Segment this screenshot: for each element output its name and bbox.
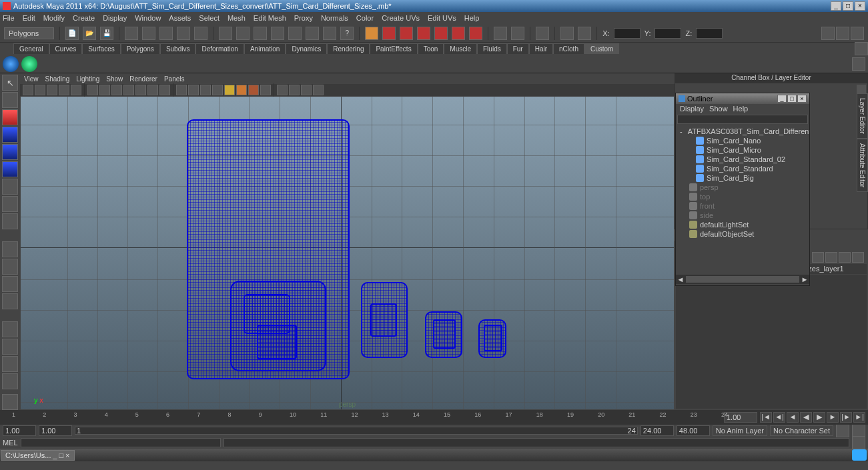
ipr-render-button[interactable] — [382, 27, 396, 40]
attributeeditor-toggle[interactable] — [851, 27, 864, 40]
outliner-body[interactable]: -ATFBXASC038T_Sim_Card_Different_Sizes S… — [676, 125, 809, 275]
coord-z-input[interactable] — [696, 28, 723, 39]
new-layer-button[interactable] — [812, 252, 824, 263]
script-editor-button2[interactable] — [852, 436, 865, 449]
anim-start-field[interactable]: 1.00 — [3, 425, 36, 436]
panel-safe-title[interactable] — [159, 85, 170, 95]
shelf-layout-button[interactable] — [852, 57, 865, 71]
prefs-button[interactable] — [852, 424, 865, 437]
panel-safe-action[interactable] — [147, 85, 158, 95]
layout-two-v-button[interactable] — [2, 293, 18, 309]
menu-normals[interactable]: Normals — [321, 14, 348, 22]
panel-bookmark[interactable] — [47, 85, 57, 95]
make-live-button[interactable] — [306, 27, 319, 40]
hypershade-button[interactable] — [578, 27, 591, 40]
channelbox-icon1[interactable] — [857, 85, 866, 94]
outliner-search-input[interactable] — [677, 115, 808, 124]
render-region-button[interactable] — [400, 27, 413, 40]
menu-editmesh[interactable]: Edit Mesh — [254, 14, 286, 22]
panel-select-camera[interactable] — [23, 85, 33, 95]
shelf-tab-deformation[interactable]: Deformation — [195, 43, 244, 54]
time-ruler[interactable]: 123456789101112131415161718192021222324 — [12, 411, 721, 423]
taskbar-item[interactable]: C:\Users\Us... _ □ × — [1, 450, 75, 461]
select-object-button[interactable] — [177, 27, 190, 40]
snap-point-button[interactable] — [254, 27, 267, 40]
menu-select[interactable]: Select — [199, 14, 220, 22]
panel-viewport2[interactable] — [248, 85, 259, 95]
outliner-menu-help[interactable]: Help — [733, 105, 749, 113]
viewport-object-sim-card-big[interactable] — [187, 119, 350, 379]
auto-key-button[interactable] — [836, 424, 849, 437]
outliner-item-standard[interactable]: Sim_Card_Standard — [677, 164, 808, 173]
rotate-tool[interactable] — [2, 144, 18, 160]
layout-persp-button[interactable] — [2, 321, 18, 337]
viewport-object-sim-card-micro[interactable] — [425, 311, 462, 358]
outliner-min-button[interactable]: _ — [777, 95, 787, 103]
hypergraph-button[interactable] — [560, 27, 574, 40]
shelf-tab-fur[interactable]: Fur — [507, 43, 529, 54]
time-slider[interactable]: 123456789101112131415161718192021222324 … — [0, 410, 868, 425]
paint-select-tool[interactable] — [2, 109, 18, 125]
outliner-menu-show[interactable]: Show — [709, 105, 728, 113]
outliner-item-micro[interactable]: Sim_Card_Micro — [677, 145, 808, 155]
outliner-item-big[interactable]: Sim_Card_Big — [677, 173, 808, 183]
menu-modify[interactable]: Modify — [43, 14, 65, 22]
scroll-right-icon[interactable]: ► — [800, 275, 809, 283]
panel-exposure[interactable] — [289, 85, 300, 95]
menu-window[interactable]: Window — [135, 14, 161, 22]
maximize-button[interactable]: □ — [843, 1, 853, 11]
undo-button[interactable] — [125, 27, 138, 40]
menu-create[interactable]: Create — [73, 14, 95, 22]
channelbox-toggle[interactable] — [821, 27, 835, 40]
construction-history-toggle[interactable] — [511, 27, 524, 40]
select-hierarchy-button[interactable] — [159, 27, 173, 40]
layout-two-h-button[interactable] — [2, 276, 18, 292]
toolsettings-toggle[interactable] — [836, 27, 849, 40]
panel-xray[interactable] — [260, 85, 271, 95]
outliner-item-standard02[interactable]: Sim_Card_Standard_02 — [677, 155, 808, 164]
shelf-tab-custom[interactable]: Custom — [584, 43, 619, 54]
outliner-item-side[interactable]: side — [677, 211, 808, 220]
shelf-tab-toon[interactable]: Toon — [418, 43, 444, 54]
menu-mesh[interactable]: Mesh — [228, 14, 246, 22]
layout-custom-button[interactable] — [2, 373, 18, 389]
show-render-button[interactable] — [469, 27, 482, 40]
command-input[interactable] — [21, 438, 221, 447]
step-forward-key-button[interactable]: |► — [840, 412, 852, 423]
panel-resolution-gate[interactable] — [111, 85, 122, 95]
menu-edit[interactable]: Edit — [23, 14, 35, 22]
panel-use-lights[interactable] — [212, 85, 223, 95]
render-frame-button[interactable] — [365, 27, 378, 40]
viewport-persp[interactable]: y x persp — [21, 97, 674, 409]
side-tab-attribute-editor[interactable]: Attribute Editor — [857, 139, 868, 192]
redo-button[interactable] — [142, 27, 155, 40]
select-tool[interactable]: ↖ — [2, 75, 18, 91]
playback-end-field[interactable]: 24.00 — [640, 425, 674, 436]
panel-wireframe[interactable] — [176, 85, 187, 95]
render-settings-button[interactable] — [417, 27, 430, 40]
menu-color[interactable]: Color — [356, 14, 374, 22]
go-end-button[interactable]: ►| — [853, 412, 865, 423]
layout-outliner-button[interactable] — [2, 339, 18, 355]
tray-icon[interactable] — [852, 449, 867, 461]
range-bar[interactable]: 1 24 — [75, 427, 638, 435]
outliner-item-top[interactable]: top — [677, 192, 808, 201]
go-start-button[interactable]: |◄ — [760, 412, 772, 423]
step-forward-button[interactable]: ► — [827, 412, 839, 423]
panel-smooth-shade[interactable] — [188, 85, 199, 95]
panel-high-quality[interactable] — [236, 85, 247, 95]
outliner-menu-display[interactable]: Display — [680, 105, 704, 113]
menu-assets[interactable]: Assets — [169, 14, 191, 22]
panel-textured[interactable] — [200, 85, 211, 95]
panel-menu-show[interactable]: Show — [106, 75, 123, 83]
save-scene-button[interactable]: 💾 — [100, 27, 113, 40]
panel-alpha[interactable] — [313, 85, 324, 95]
character-set-dropdown[interactable]: No Character Set — [770, 425, 833, 436]
batch-render-button[interactable] — [434, 27, 448, 40]
snap-grid-button[interactable] — [219, 27, 232, 40]
history-button[interactable] — [323, 27, 336, 40]
menu-createuvs[interactable]: Create UVs — [382, 14, 420, 22]
play-forward-button[interactable]: ▶ — [813, 412, 825, 423]
snap-plane-button[interactable] — [271, 27, 284, 40]
shelf-tab-polygons[interactable]: Polygons — [121, 43, 160, 54]
